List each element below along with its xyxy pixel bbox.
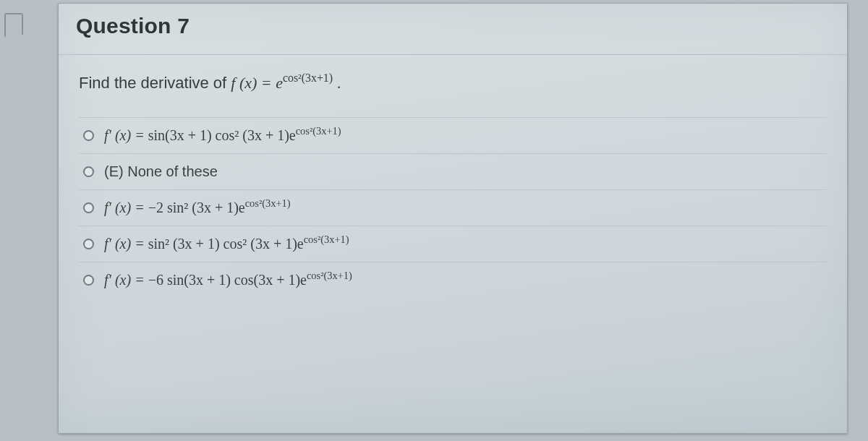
question-body: Find the derivative of f (x) = ecos²(3x+… (59, 55, 847, 305)
option-exp: cos²(3x+1) (307, 270, 352, 281)
option-exp: cos²(3x+1) (304, 234, 349, 245)
option-content: f′ (x) = −2 sin² (3x + 1)ecos²(3x+1) (104, 200, 291, 216)
option-body: −2 sin² (3x + 1)e (148, 200, 245, 215)
option-body: sin(3x + 1) cos² (3x + 1)e (148, 127, 296, 143)
bookmark-icon (4, 13, 23, 38)
option-b[interactable]: f′ (x) = −2 sin² (3x + 1)ecos²(3x+1) (79, 190, 827, 226)
prompt-func-lhs: f (x) = e (231, 74, 283, 92)
question-card: Question 7 Find the derivative of f (x) … (58, 3, 848, 434)
option-d[interactable]: f′ (x) = −6 sin(3x + 1) cos(3x + 1)ecos²… (79, 262, 827, 298)
option-body: sin² (3x + 1) cos² (3x + 1)e (148, 236, 304, 252)
prompt-func-exp: cos²(3x+1) (283, 72, 333, 84)
option-lhs: f′ (x) = (104, 272, 148, 288)
radio-icon (83, 239, 94, 249)
prompt-trail: . (337, 74, 341, 92)
option-a[interactable]: f′ (x) = sin(3x + 1) cos² (3x + 1)ecos²(… (79, 118, 827, 154)
option-content: f′ (x) = −6 sin(3x + 1) cos(3x + 1)ecos²… (104, 272, 352, 288)
radio-icon (83, 166, 94, 177)
option-content: f′ (x) = sin(3x + 1) cos² (3x + 1)ecos²(… (104, 127, 341, 144)
option-body: (E) None of these (104, 163, 218, 179)
question-header: Question 7 (59, 4, 847, 55)
option-exp: cos²(3x+1) (296, 125, 341, 137)
option-lhs: f′ (x) = (104, 127, 148, 143)
radio-icon (83, 275, 94, 286)
radio-icon (83, 202, 94, 213)
option-content: (E) None of these (104, 163, 218, 180)
prompt-lead: Find the derivative of (79, 74, 231, 92)
question-prompt: Find the derivative of f (x) = ecos²(3x+… (79, 74, 827, 93)
options-list: f′ (x) = sin(3x + 1) cos² (3x + 1)ecos²(… (79, 117, 827, 298)
prompt-function: f (x) = ecos²(3x+1) (231, 74, 336, 92)
option-lhs: f′ (x) = (104, 236, 148, 252)
option-exp: cos²(3x+1) (245, 197, 291, 209)
radio-icon (83, 130, 94, 141)
option-e[interactable]: (E) None of these (79, 154, 827, 190)
option-body: −6 sin(3x + 1) cos(3x + 1)e (148, 272, 307, 288)
option-content: f′ (x) = sin² (3x + 1) cos² (3x + 1)ecos… (104, 236, 349, 252)
question-title: Question 7 (76, 14, 830, 38)
option-lhs: f′ (x) = (104, 200, 148, 215)
option-c[interactable]: f′ (x) = sin² (3x + 1) cos² (3x + 1)ecos… (79, 226, 827, 262)
